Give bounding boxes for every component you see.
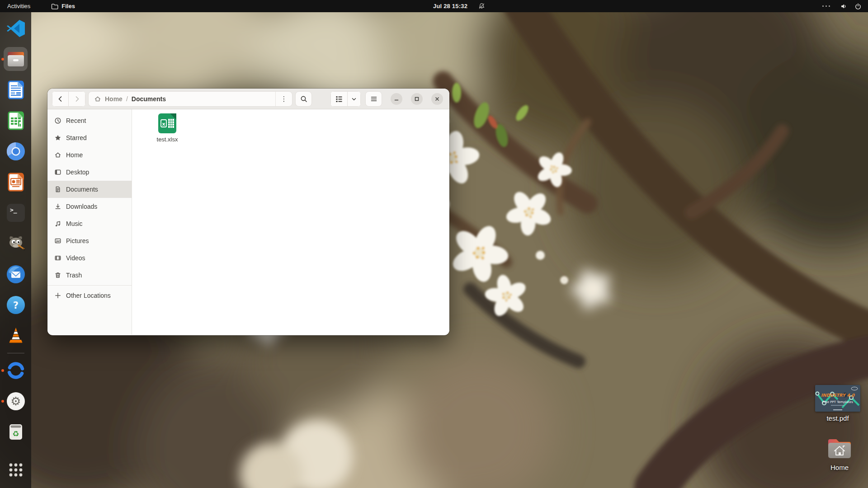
libreoffice-calc-icon bbox=[7, 111, 25, 130]
sidebar-item-trash[interactable]: Trash bbox=[47, 267, 132, 284]
sidebar-item-videos[interactable]: Videos bbox=[47, 249, 132, 267]
pdf-thumb-title: INDUSTRY 4.0 bbox=[821, 393, 855, 398]
sidebar-item-music[interactable]: Music bbox=[47, 215, 132, 232]
star-icon bbox=[54, 134, 61, 141]
dock-item-thunderbird[interactable] bbox=[0, 259, 31, 290]
dock-item-software-updater[interactable] bbox=[0, 355, 31, 386]
breadcrumb: Home / Documents bbox=[89, 95, 275, 103]
dock-item-settings[interactable]: ⚙ bbox=[0, 386, 31, 417]
dock-item-terminal[interactable]: >_ bbox=[0, 197, 31, 228]
sidebar-label: Other Locations bbox=[66, 292, 111, 299]
dock-item-libreoffice-impress[interactable] bbox=[0, 167, 31, 197]
system-menu-button[interactable] bbox=[838, 0, 863, 12]
settings-gear-icon: ⚙ bbox=[6, 391, 26, 411]
close-icon bbox=[436, 98, 439, 100]
dock-item-files[interactable] bbox=[0, 44, 31, 75]
breadcrumb-home[interactable]: Home bbox=[105, 95, 123, 103]
sidebar-item-documents[interactable]: Documents bbox=[47, 181, 132, 198]
dock-item-libreoffice-writer[interactable] bbox=[0, 75, 31, 105]
chevron-left-icon bbox=[59, 97, 61, 101]
sidebar-item-starred[interactable]: Starred bbox=[47, 129, 132, 146]
sidebar-item-other-locations[interactable]: Other Locations bbox=[47, 287, 132, 304]
top-bar: Activities Files Jul 28 15:32 bbox=[0, 0, 868, 12]
desktop-icon-test-pdf[interactable]: INDUSTRY 4.0 Free PPT Templates test.pdf bbox=[815, 385, 861, 422]
file-list-area[interactable]: x test.xlsx bbox=[132, 109, 449, 335]
app-grid-icon bbox=[8, 462, 24, 478]
activities-button[interactable]: Activities bbox=[0, 0, 38, 12]
close-button[interactable] bbox=[431, 93, 443, 105]
background-apps-indicator[interactable] bbox=[821, 0, 831, 12]
path-bar[interactable]: Home / Documents ⋮ bbox=[88, 91, 292, 107]
files-window: Home / Documents ⋮ bbox=[47, 89, 449, 335]
dock-item-gimp[interactable] bbox=[0, 228, 31, 259]
running-indicator bbox=[1, 369, 4, 372]
terminal-prompt-glyph: >_ bbox=[10, 206, 17, 214]
ellipsis-icon bbox=[822, 5, 830, 7]
dock-item-libreoffice-calc[interactable] bbox=[0, 105, 31, 136]
minimize-button[interactable] bbox=[391, 93, 402, 105]
trash-bin-icon: ♻ bbox=[6, 422, 26, 442]
sidebar-item-recent[interactable]: Recent bbox=[47, 112, 132, 129]
picture-icon bbox=[54, 237, 61, 244]
music-note-icon bbox=[54, 220, 61, 227]
maximize-button[interactable] bbox=[411, 93, 423, 105]
sidebar-item-desktop[interactable]: Desktop bbox=[47, 164, 132, 181]
view-toggle-group bbox=[330, 91, 361, 107]
software-updater-icon bbox=[6, 361, 26, 380]
vscode-icon bbox=[6, 19, 26, 38]
breadcrumb-current[interactable]: Documents bbox=[132, 95, 166, 103]
places-sidebar: Recent Starred Home bbox=[47, 109, 132, 335]
app-menu-button[interactable]: Files bbox=[47, 0, 80, 12]
desktop-icon bbox=[54, 169, 61, 176]
gear-glyph: ⚙ bbox=[10, 394, 21, 408]
help-icon: ? bbox=[6, 295, 26, 315]
more-vertical-icon: ⋮ bbox=[281, 95, 288, 103]
desktop-icon-label: test.pdf bbox=[826, 414, 849, 422]
sidebar-divider bbox=[47, 285, 132, 286]
ubuntu-desktop: Activities Files Jul 28 15:32 bbox=[0, 0, 868, 488]
home-icon bbox=[54, 151, 61, 159]
dock-item-vlc[interactable] bbox=[0, 320, 31, 351]
film-icon bbox=[54, 254, 61, 262]
notifications-disabled-icon bbox=[478, 3, 485, 9]
dock-item-trash[interactable]: ♻ bbox=[0, 417, 31, 447]
app-menu-label: Files bbox=[61, 3, 75, 9]
sidebar-label: Documents bbox=[66, 186, 98, 193]
running-indicator bbox=[1, 58, 4, 61]
list-view-button[interactable] bbox=[330, 91, 348, 107]
recycle-glyph: ♻ bbox=[12, 429, 19, 438]
sidebar-item-home[interactable]: Home bbox=[47, 146, 132, 164]
chevron-right-icon bbox=[76, 97, 79, 101]
file-test-xlsx[interactable]: x test.xlsx bbox=[146, 113, 189, 143]
window-menu-button[interactable] bbox=[365, 91, 382, 107]
sidebar-label: Music bbox=[66, 220, 83, 227]
recent-clock-icon bbox=[54, 117, 61, 124]
dock-item-show-applications[interactable] bbox=[0, 455, 31, 485]
sidebar-label: Home bbox=[66, 151, 83, 159]
dock-item-chromium[interactable] bbox=[0, 136, 31, 167]
window-header[interactable]: Home / Documents ⋮ bbox=[47, 89, 449, 109]
path-options-button[interactable]: ⋮ bbox=[275, 92, 292, 106]
back-button[interactable] bbox=[52, 91, 69, 107]
sidebar-item-pictures[interactable]: Pictures bbox=[47, 232, 132, 249]
chromium-icon bbox=[6, 141, 26, 161]
view-options-button[interactable] bbox=[348, 91, 361, 107]
dock-divider bbox=[7, 353, 24, 353]
pdf-thumbnail: INDUSTRY 4.0 Free PPT Templates bbox=[815, 385, 860, 412]
home-folder-icon bbox=[826, 436, 853, 461]
desktop-icon-label: Home bbox=[830, 464, 849, 471]
list-view-icon bbox=[335, 95, 343, 103]
dock-item-help[interactable]: ? bbox=[0, 290, 31, 320]
search-button[interactable] bbox=[295, 91, 312, 107]
forward-button[interactable] bbox=[69, 91, 85, 107]
power-icon bbox=[854, 3, 862, 10]
sidebar-item-downloads[interactable]: Downloads bbox=[47, 198, 132, 215]
folder-icon bbox=[51, 3, 58, 9]
pdf-thumb-subtitle: Free PPT Templates bbox=[822, 400, 853, 404]
clock-button[interactable]: Jul 28 15:32 bbox=[429, 0, 472, 12]
sidebar-label: Recent bbox=[66, 117, 86, 124]
desktop-icon-home[interactable]: Home bbox=[819, 436, 860, 471]
question-glyph: ? bbox=[13, 300, 18, 311]
dock-item-vscode[interactable] bbox=[0, 13, 31, 44]
sidebar-label: Trash bbox=[66, 272, 82, 279]
